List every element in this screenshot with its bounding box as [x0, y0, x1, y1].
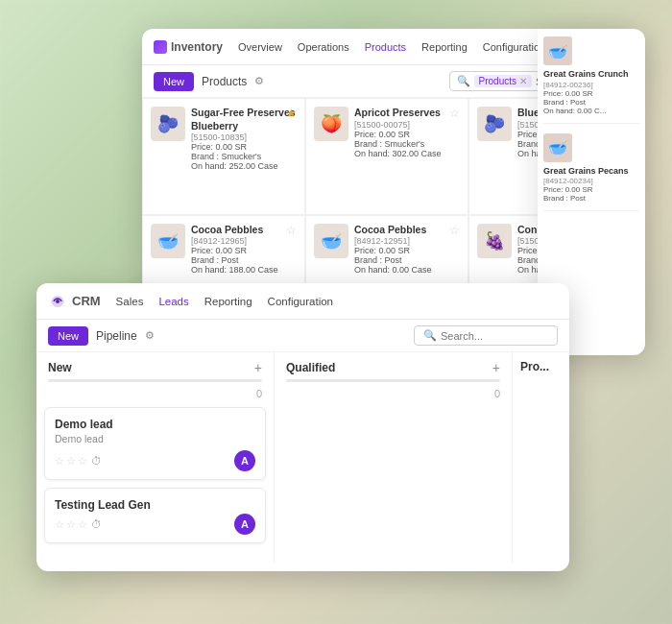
new-button[interactable]: New [154, 72, 194, 91]
col-title-new: New [48, 361, 251, 374]
product-code-1: [51500-00075] [354, 120, 460, 130]
kanban-col-qualified: Qualified + 0 [275, 352, 513, 564]
rpanel-item-1[interactable]: 🥣 Great Grains Pecans [84912-00234] Pric… [543, 133, 639, 212]
card-avatar-1[interactable]: A [234, 514, 255, 535]
product-name-0: Sugar-Free Preserves Blueberry [191, 107, 297, 132]
search-icon: 🔍 [457, 75, 470, 87]
product-onhand-3: On hand: 188.00 Case [191, 265, 297, 275]
star-2b[interactable]: ☆ [66, 518, 76, 531]
kanban-cards-qualified [275, 403, 512, 411]
col-progress-qualified [286, 379, 500, 382]
svg-point-0 [56, 300, 60, 303]
star-3[interactable]: ☆ [78, 455, 87, 468]
product-onhand-4: On hand: 0.00 Case [354, 265, 460, 275]
filter-remove-icon[interactable]: ✕ [519, 76, 527, 86]
product-name-1: Apricot Preserves [354, 107, 460, 120]
col-title-partial: Pro... [520, 360, 549, 373]
filter-tag-label: Products [479, 76, 516, 86]
crm-brand-text: CRM [72, 294, 101, 308]
product-price-0: Price: 0.00 SR [191, 142, 297, 152]
col-add-qualified[interactable]: + [492, 360, 500, 375]
card-title-0: Demo lead [55, 418, 255, 431]
product-card-0[interactable]: 🫐 Sugar-Free Preserves Blueberry [51500-… [142, 98, 305, 215]
star-icon-4[interactable]: ☆ [449, 224, 460, 237]
rpanel-code-1: [84912-00234] [543, 177, 639, 185]
star-1[interactable]: ☆ [55, 455, 64, 468]
product-card-1[interactable]: 🍑 Apricot Preserves [51500-00075] Price:… [305, 98, 468, 215]
rpanel-code-0: [84912-00236] [543, 81, 639, 89]
star-icon-3[interactable]: ☆ [286, 224, 297, 237]
kanban-card-0[interactable]: Demo lead Demo lead ☆ ☆ ☆ ⏱ A [44, 407, 266, 480]
filter-tag[interactable]: Products ✕ [474, 75, 532, 87]
rpanel-item-0[interactable]: 🥣 Great Grains Crunch [84912-00236] Pric… [543, 36, 639, 124]
rpanel-price-0: Price: 0.00 SR [543, 89, 639, 98]
product-image-1: 🍑 [314, 107, 348, 141]
card-clock-1: ⏱ [91, 518, 102, 530]
product-price-1: Price: 0.00 SR [354, 130, 460, 139]
card-stars-0: ☆ ☆ ☆ [55, 455, 87, 468]
col-count-new: 0 [36, 388, 274, 403]
col-add-new[interactable]: + [254, 360, 262, 375]
rpanel-onhand-0: On hand: 0.00 C... [543, 107, 639, 115]
rpanel-brand-1: Brand : Post [543, 194, 639, 203]
product-onhand-0: On hand: 252.00 Case [191, 161, 297, 171]
kanban-board: New + 0 Demo lead Demo lead ☆ ☆ ☆ ⏱ [36, 352, 569, 564]
crm-toolbar: New Pipeline ⚙ 🔍 [36, 320, 569, 352]
star-icon-1[interactable]: ☆ [449, 107, 460, 120]
crm-nav-sales[interactable]: Sales [116, 296, 144, 307]
star-3b[interactable]: ☆ [78, 518, 87, 531]
star-1b[interactable]: ☆ [55, 518, 64, 531]
star-icon-0[interactable]: ★ [286, 107, 297, 120]
nav-reporting[interactable]: Reporting [421, 41, 468, 53]
product-brand-1: Brand : Smucker's [354, 139, 460, 149]
rpanel-img-0: 🥣 [543, 36, 572, 65]
product-onhand-1: On hand: 302.00 Case [354, 149, 460, 158]
crm-window: CRM Sales Leads Reporting Configuration … [36, 283, 569, 571]
rpanel-img-1: 🥣 [543, 133, 572, 162]
settings-icon[interactable]: ⚙ [254, 75, 264, 87]
kanban-col-new: New + 0 Demo lead Demo lead ☆ ☆ ☆ ⏱ [36, 352, 275, 564]
nav-overview[interactable]: Overview [238, 41, 282, 53]
nav-configuration[interactable]: Configuration [483, 41, 545, 53]
star-2[interactable]: ☆ [66, 455, 76, 468]
kanban-card-1[interactable]: Testing Lead Gen ☆ ☆ ☆ ⏱ A [44, 488, 266, 543]
crm-page-title: Pipeline [96, 329, 137, 343]
rpanel-brand-0: Brand : Post [543, 98, 639, 107]
card-subtitle-0: Demo lead [55, 433, 255, 444]
crm-search-input[interactable] [441, 330, 537, 342]
card-clock-0: ⏱ [91, 455, 102, 467]
nav-products[interactable]: Products [365, 41, 406, 53]
col-title-qualified: Qualified [286, 361, 489, 374]
crm-search-bar[interactable]: 🔍 [414, 325, 558, 346]
product-code-3: [84912-12965] [191, 236, 297, 246]
kanban-cards-new: Demo lead Demo lead ☆ ☆ ☆ ⏱ A [36, 403, 274, 547]
card-stars-1: ☆ ☆ ☆ [55, 518, 87, 531]
product-brand-4: Brand : Post [354, 255, 460, 265]
inventory-brand-icon [154, 40, 167, 54]
product-brand-3: Brand : Post [191, 255, 297, 265]
product-code-0: [51500-10835] [191, 132, 297, 142]
product-image-2: 🫐 [477, 107, 512, 141]
product-image-0: 🫐 [151, 107, 185, 141]
product-image-3: 🥣 [151, 224, 185, 258]
card-avatar-0[interactable]: A [234, 450, 255, 471]
product-image-5: 🍇 [477, 224, 512, 258]
crm-new-button[interactable]: New [48, 326, 88, 346]
product-name-4: Cocoa Pebbles [354, 224, 460, 237]
card-title-1: Testing Lead Gen [55, 498, 255, 512]
col-count-qualified: 0 [275, 388, 512, 403]
product-price-4: Price: 0.00 SR [354, 246, 460, 255]
nav-operations[interactable]: Operations [298, 41, 349, 53]
crm-nav-configuration[interactable]: Configuration [268, 296, 333, 307]
inventory-brand-text: Inventory [171, 40, 223, 54]
crm-nav-leads[interactable]: Leads [158, 296, 188, 307]
product-name-3: Cocoa Pebbles [191, 224, 297, 237]
rpanel-price-1: Price: 0.00 SR [543, 185, 639, 194]
crm-nav-reporting[interactable]: Reporting [204, 296, 252, 307]
inventory-brand: Inventory [154, 40, 223, 54]
product-price-3: Price: 0.00 SR [191, 246, 297, 255]
kanban-col-partial: Pro... [513, 352, 569, 564]
crm-navbar: CRM Sales Leads Reporting Configuration [36, 283, 569, 320]
crm-settings-icon[interactable]: ⚙ [145, 329, 155, 342]
col-progress-new [48, 379, 262, 382]
